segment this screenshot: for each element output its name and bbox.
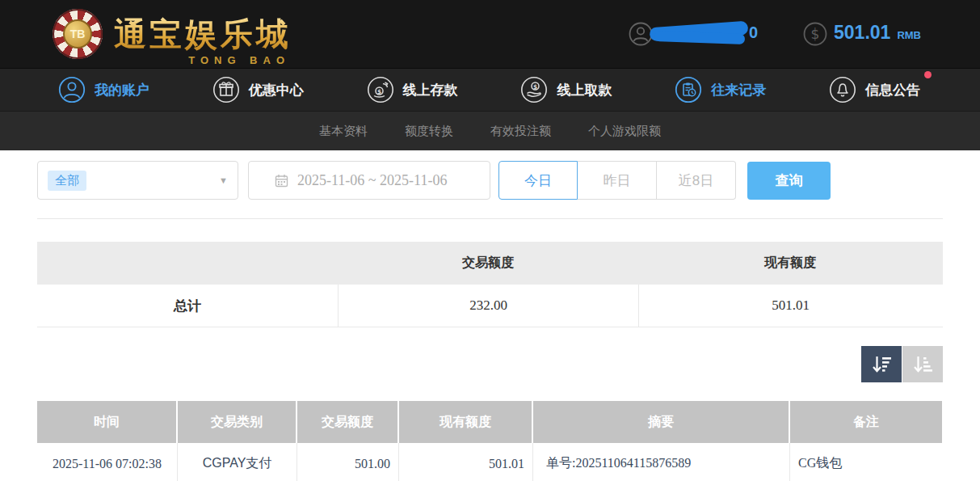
- balance-amount: 501.01: [834, 22, 890, 44]
- svg-text:$: $: [376, 88, 381, 95]
- col-header-note: 备注: [790, 401, 942, 443]
- quick-date-button-group: 今日 昨日 近8日: [498, 161, 736, 200]
- balance-currency: RMB: [897, 29, 921, 41]
- today-button[interactable]: 今日: [498, 161, 578, 200]
- cell-note: CG钱包: [790, 443, 942, 481]
- summary-table: 交易额度 现有额度 总计 232.00 501.01: [37, 242, 943, 327]
- subnav-item-basic-info[interactable]: 基本资料: [319, 124, 368, 139]
- summary-header-row: 交易额度 现有额度: [37, 242, 943, 285]
- summary-total-row: 总计 232.00 501.01: [37, 285, 943, 327]
- yesterday-button[interactable]: 昨日: [578, 161, 657, 200]
- nav-label: 线上取款: [557, 81, 612, 99]
- nav-label: 我的账户: [95, 81, 149, 99]
- username-visible-char: 0: [749, 23, 758, 42]
- chip-monogram: TB: [63, 19, 92, 49]
- gift-icon: [212, 76, 240, 103]
- sort-ascending-icon: [912, 353, 934, 375]
- selected-type-tag: 全部: [48, 171, 86, 191]
- nav-item-withdraw[interactable]: $ 线上取款: [520, 76, 612, 103]
- brand-name-en: TONG BAO: [188, 54, 290, 66]
- last-8-days-button[interactable]: 近8日: [657, 161, 736, 200]
- header-right: 0 $ 501.01 RMB: [629, 22, 921, 46]
- chevron-down-icon: ▼: [219, 175, 228, 185]
- subnav-item-credit-transfer[interactable]: 额度转换: [405, 124, 453, 139]
- balance-display[interactable]: $ 501.01 RMB: [803, 22, 921, 46]
- brand-text: 通宝娱乐城 TONG BAO: [114, 12, 292, 57]
- table-row: 2025-11-06 07:02:38 CGPAY支付 501.00 501.0…: [37, 443, 943, 481]
- cell-summary: 单号:202511064115876589: [533, 443, 790, 481]
- sort-descending-button[interactable]: [861, 346, 902, 382]
- top-header: TB 通宝娱乐城 TONG BAO 0 $ 501.01: [0, 0, 980, 68]
- sort-controls: [37, 346, 943, 382]
- nav-item-promotions[interactable]: 优惠中心: [212, 76, 304, 103]
- filter-row: 全部 ▼ 2025-11-06 ~ 2025-11-06 今日 昨日 近8日 查…: [37, 161, 943, 200]
- section-divider: [37, 218, 943, 219]
- summary-header-empty: [37, 242, 338, 285]
- bell-icon: [829, 76, 856, 103]
- main-content: 全部 ▼ 2025-11-06 ~ 2025-11-06 今日 昨日 近8日 查…: [0, 161, 980, 481]
- svg-text:$: $: [533, 83, 537, 91]
- nav-label: 信息公告: [865, 81, 920, 99]
- col-header-amount: 交易额度: [297, 401, 397, 443]
- col-header-time: 时间: [37, 401, 176, 443]
- sort-ascending-button[interactable]: [902, 346, 943, 382]
- summary-current-amount: 501.01: [638, 285, 942, 327]
- nav-label: 优惠中心: [249, 81, 304, 99]
- cell-type: CGPAY支付: [178, 443, 297, 481]
- sub-nav: 基本资料 额度转换 有效投注额 个人游戏限额: [0, 111, 980, 150]
- svg-text:$: $: [811, 26, 820, 42]
- cell-time: 2025-11-06 07:02:38: [37, 443, 178, 481]
- notification-badge-dot: [924, 71, 932, 78]
- summary-total-label: 总计: [37, 285, 338, 327]
- col-header-summary: 摘要: [533, 401, 789, 443]
- brand-logo[interactable]: TB 通宝娱乐城 TONG BAO: [53, 9, 292, 59]
- subnav-item-valid-bets[interactable]: 有效投注额: [490, 124, 551, 139]
- summary-header-transaction-amount: 交易额度: [338, 242, 638, 285]
- nav-label: 往来记录: [711, 81, 766, 99]
- summary-header-current-amount: 现有额度: [638, 242, 942, 285]
- sort-descending-icon: [871, 353, 893, 375]
- username-area: 0: [659, 22, 758, 46]
- withdraw-icon: $: [520, 76, 548, 103]
- cell-amount: 501.00: [297, 443, 399, 481]
- nav-item-deposit[interactable]: $ 线上存款: [367, 76, 458, 103]
- records-header-row: 时间 交易类别 交易额度 现有额度 摘要 备注: [37, 401, 943, 443]
- user-account[interactable]: 0: [629, 22, 758, 46]
- calendar-icon: [275, 174, 288, 188]
- nav-item-transaction-records[interactable]: 往来记录: [675, 76, 766, 103]
- brand-name-cn: 通宝娱乐城: [114, 12, 292, 57]
- user-icon: [58, 76, 86, 103]
- nav-item-my-account[interactable]: 我的账户: [58, 76, 149, 103]
- cell-balance: 501.01: [399, 443, 533, 481]
- summary-transaction-amount: 232.00: [338, 285, 638, 327]
- dollar-circle-icon: $: [803, 22, 827, 46]
- nav-item-announcements[interactable]: 信息公告: [829, 76, 920, 103]
- main-nav: 我的账户 优惠中心 $ 线上存款 $ 线上取款: [0, 68, 980, 111]
- search-button[interactable]: 查询: [747, 162, 831, 200]
- col-header-balance: 现有额度: [399, 401, 532, 443]
- transaction-type-select[interactable]: 全部 ▼: [37, 161, 238, 200]
- date-range-value: 2025-11-06 ~ 2025-11-06: [297, 172, 447, 189]
- records-icon: [675, 76, 702, 103]
- col-header-type: 交易类别: [178, 401, 296, 443]
- deposit-icon: $: [367, 76, 394, 103]
- records-table: 时间 交易类别 交易额度 现有额度 摘要 备注 2025-11-06 07:02…: [37, 401, 943, 481]
- username-redaction-2: [654, 31, 745, 44]
- nav-label: 线上存款: [403, 81, 458, 99]
- poker-chip-logo-icon: TB: [53, 9, 103, 59]
- date-range-input[interactable]: 2025-11-06 ~ 2025-11-06: [248, 161, 490, 200]
- subnav-item-personal-game-limit[interactable]: 个人游戏限额: [588, 124, 661, 139]
